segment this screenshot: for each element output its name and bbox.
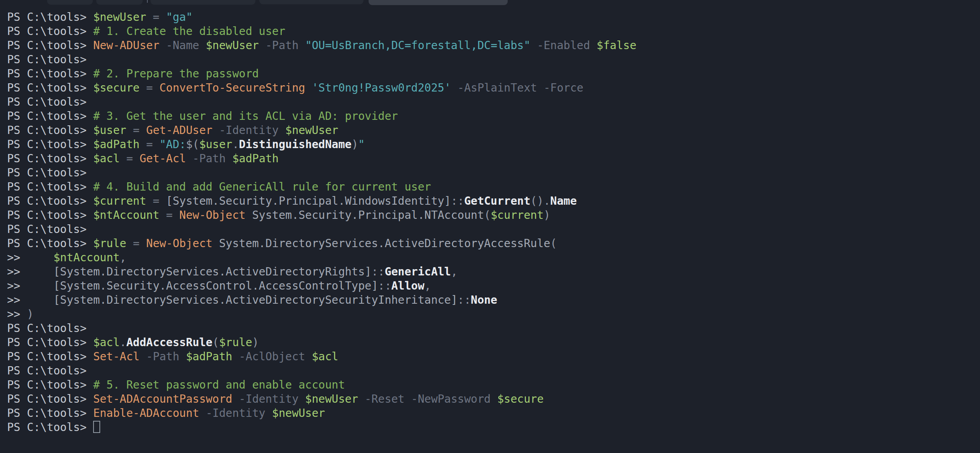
terminal-line: PS C:\tools> $rule = New-Object System.D… xyxy=(7,237,980,251)
terminal-line: PS C:\tools> $secure = ConvertTo-SecureS… xyxy=(7,81,980,95)
token-param: -AclObject xyxy=(232,350,312,363)
token-var: $acl xyxy=(93,152,119,165)
token-member: Allow xyxy=(391,279,424,292)
terminal-line: >> [System.DirectoryServices.ActiveDirec… xyxy=(7,265,980,279)
terminal-line: PS C:\tools> xyxy=(7,420,980,435)
token-member: Name xyxy=(550,194,576,207)
token-op: :: xyxy=(371,265,385,278)
token-type: [System.Security.Principal.WindowsIdenti… xyxy=(166,194,451,207)
token-var: $adPath xyxy=(186,350,232,363)
terminal-line: PS C:\tools> # 3. Get the user and its A… xyxy=(7,109,980,123)
token-cont: >> xyxy=(7,265,53,278)
terminal-tab-3[interactable] xyxy=(150,0,255,5)
token-prompt: PS C:\tools> xyxy=(7,407,93,420)
terminal-line: PS C:\tools> xyxy=(7,95,980,109)
token-member: GetCurrent xyxy=(464,194,530,207)
token-str: "ga" xyxy=(166,11,193,24)
token-op: $( xyxy=(186,138,199,151)
token-var: $current xyxy=(491,209,544,222)
token-op: (). xyxy=(530,194,551,207)
terminal-output[interactable]: PS C:\tools> $newUser = "ga"PS C:\tools>… xyxy=(0,0,980,453)
terminal-line: PS C:\tools> $user = Get-ADUser -Identit… xyxy=(7,123,980,138)
token-eq: = xyxy=(139,138,160,151)
token-var: $ntAccount xyxy=(93,209,160,222)
token-op: ( xyxy=(484,209,491,222)
token-eq: = xyxy=(120,152,140,165)
token-prompt: PS C:\tools> xyxy=(7,166,86,179)
token-prompt: PS C:\tools> xyxy=(7,39,93,52)
token-eq: = xyxy=(126,124,146,137)
token-cmd: Enable-ADAccount xyxy=(93,407,199,420)
terminal-line: PS C:\tools> xyxy=(7,364,980,378)
terminal-tab-4[interactable] xyxy=(259,0,363,4)
terminal-line: PS C:\tools> $adPath = "AD:$($user.Disti… xyxy=(7,138,980,152)
token-str: "OU=UsBranch,DC=forestall,DC=labs" xyxy=(305,39,530,52)
token-param: -Name xyxy=(160,39,206,52)
token-cmd: Set-ADAccountPassword xyxy=(93,392,232,405)
terminal-line: PS C:\tools> # 2. Prepare the password xyxy=(7,67,980,81)
token-prompt: PS C:\tools> xyxy=(7,95,86,108)
token-var: $adPath xyxy=(232,152,279,165)
token-member: DistinguishedName xyxy=(239,138,352,151)
token-cont: >> xyxy=(7,279,53,292)
terminal-line: PS C:\tools> $acl = Get-Acl -Path $adPat… xyxy=(7,152,980,166)
token-str: " xyxy=(358,138,365,151)
token-var: $rule xyxy=(93,237,126,250)
token-var: $secure xyxy=(93,81,139,94)
terminal-line: PS C:\tools> # 4. Build and add GenericA… xyxy=(7,180,980,194)
token-prompt: PS C:\tools> xyxy=(7,237,93,250)
token-eq: = xyxy=(146,194,166,207)
terminal-line: PS C:\tools> xyxy=(7,321,980,336)
token-prompt: PS C:\tools> xyxy=(7,378,93,391)
terminal-line: PS C:\tools> xyxy=(7,53,980,67)
terminal-line: PS C:\tools> $acl.AddAccessRule($rule) xyxy=(7,336,980,350)
token-op: ( xyxy=(550,237,557,250)
token-op: :: xyxy=(378,279,391,292)
tab-bar xyxy=(0,0,980,6)
token-op: ) xyxy=(352,138,358,151)
terminal-line: PS C:\tools> # 5. Reset password and ena… xyxy=(7,378,980,392)
token-type: [System.DirectoryServices.ActiveDirector… xyxy=(53,293,457,306)
token-eq: = xyxy=(160,209,180,222)
terminal-line: PS C:\tools> # 1. Create the disabled us… xyxy=(7,24,980,39)
token-param: -Path xyxy=(139,350,186,363)
token-var: $acl xyxy=(312,350,338,363)
token-prompt: PS C:\tools> xyxy=(7,11,93,24)
token-var: $false xyxy=(596,39,636,52)
token-member: None xyxy=(471,293,497,306)
token-var: $user xyxy=(93,124,126,137)
token-prompt: PS C:\tools> xyxy=(7,152,93,165)
token-var: $secure xyxy=(497,392,543,405)
token-param: -Identity xyxy=(213,124,285,137)
token-var: $newUser xyxy=(206,39,259,52)
token-prompt: PS C:\tools> xyxy=(7,25,93,38)
token-member: GenericAll xyxy=(385,265,451,278)
terminal-line: >> [System.Security.AccessControl.Access… xyxy=(7,279,980,293)
token-param: -Path xyxy=(259,39,305,52)
token-type: [System.Security.AccessControl.AccessCon… xyxy=(53,279,378,292)
terminal-window: PS C:\tools> $newUser = "ga"PS C:\tools>… xyxy=(0,0,980,453)
terminal-tab-5[interactable] xyxy=(369,0,508,5)
terminal-tab-1[interactable] xyxy=(47,0,93,5)
token-prompt: PS C:\tools> xyxy=(7,124,93,137)
token-cont: >> xyxy=(7,251,53,264)
token-op: . xyxy=(232,138,239,151)
token-var: $rule xyxy=(219,336,252,349)
token-op: ) xyxy=(252,336,259,349)
token-type: [System.DirectoryServices.ActiveDirector… xyxy=(53,265,371,278)
token-var: $ntAccount xyxy=(53,251,120,264)
token-str: "AD: xyxy=(160,138,186,151)
token-cont: >> xyxy=(7,308,27,321)
terminal-tab-2[interactable] xyxy=(96,0,143,5)
token-var: $newUser xyxy=(305,392,358,405)
token-op: , xyxy=(451,265,457,278)
token-op: :: xyxy=(457,293,471,306)
token-param: -AsPlainText -Force xyxy=(451,81,584,94)
token-cmd: Get-Acl xyxy=(139,152,186,165)
token-eq: = xyxy=(126,237,146,250)
token-prompt: PS C:\tools> xyxy=(7,67,93,80)
token-op: ( xyxy=(213,336,219,349)
token-comment: # 4. Build and add GenericAll rule for c… xyxy=(93,180,431,193)
token-prompt: PS C:\tools> xyxy=(7,209,93,222)
terminal-line: PS C:\tools> $current = [System.Security… xyxy=(7,194,980,208)
